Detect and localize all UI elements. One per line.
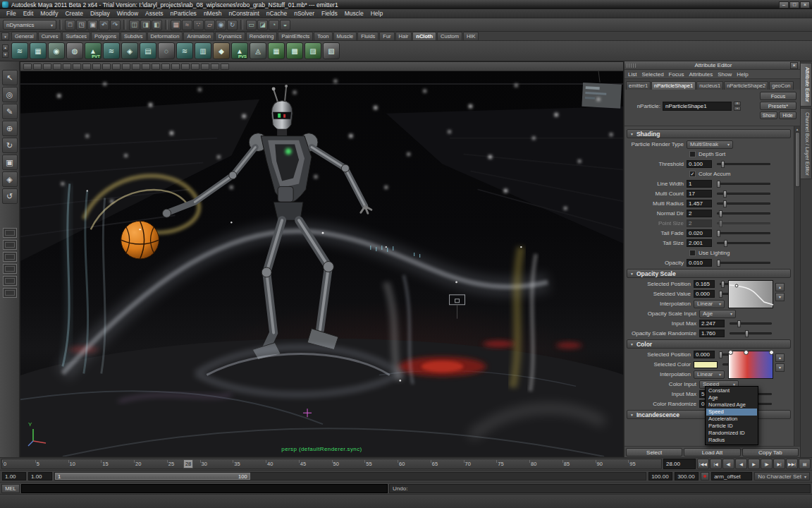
- shelf-item-3[interactable]: ◉: [48, 42, 65, 59]
- tail-size-slider[interactable]: [717, 242, 770, 244]
- snap-plane-icon[interactable]: ▱: [204, 20, 215, 30]
- ae-menu-item[interactable]: Selected: [641, 71, 663, 78]
- presets-button[interactable]: Presets*: [760, 102, 796, 110]
- shelf-tab[interactable]: Fluids: [357, 32, 379, 40]
- node-name-field[interactable]: nParticleShape1: [663, 102, 732, 111]
- render-settings-icon[interactable]: ◒: [280, 20, 290, 30]
- universal-manipulator-icon[interactable]: ◈: [2, 171, 18, 187]
- shelf-tab[interactable]: Custom: [437, 32, 462, 40]
- select-camera-icon[interactable]: [23, 64, 32, 70]
- layout-four-view[interactable]: [3, 240, 17, 250]
- character-field[interactable]: arm_offset: [711, 472, 752, 480]
- os-selected-value-field[interactable]: 0.000: [694, 290, 715, 298]
- shelf-item-13[interactable]: ▲PVS: [231, 42, 248, 59]
- shelf-tab[interactable]: Rendering: [246, 32, 278, 40]
- layout-persp-graph-editor[interactable]: [3, 264, 17, 274]
- menu-item[interactable]: File: [3, 10, 20, 17]
- shelf-item-15[interactable]: ▦: [268, 42, 285, 59]
- ramp-next-icon[interactable]: ▾: [775, 293, 785, 301]
- film-gate-icon[interactable]: [102, 64, 111, 70]
- shelf-item-7[interactable]: ◈: [121, 42, 138, 59]
- copy-tab-button[interactable]: Copy Tab: [742, 448, 799, 456]
- shelf-item-1[interactable]: ≋: [11, 42, 28, 59]
- depth-sort-checkbox[interactable]: [689, 151, 696, 157]
- shelf-menu-icon[interactable]: ▾: [1, 32, 9, 40]
- opacity-ramp-widget[interactable]: [728, 280, 773, 308]
- menu-item[interactable]: nConstraint: [225, 10, 262, 17]
- opacity-scale-section-header[interactable]: ▼ Opacity Scale: [627, 269, 791, 278]
- panel-grip[interactable]: [627, 64, 636, 68]
- multi-radius-field[interactable]: 1.457: [687, 200, 712, 207]
- shelf-item-6[interactable]: ≋: [103, 42, 120, 59]
- ae-node-tab[interactable]: geoCon: [769, 81, 793, 90]
- wireframe-icon[interactable]: [161, 64, 170, 70]
- select-tool-icon[interactable]: ↖: [2, 70, 18, 85]
- shelf-tab[interactable]: Fur: [379, 32, 394, 40]
- shadows-icon[interactable]: [201, 64, 209, 70]
- redo-icon[interactable]: ↷: [110, 20, 121, 30]
- threshold-field[interactable]: 0.100: [687, 160, 712, 168]
- ae-menu-item[interactable]: Attributes: [689, 71, 713, 78]
- timeline-track[interactable]: 05101520253035404550556065707580859095 2…: [1, 459, 662, 469]
- shelf-item-11[interactable]: ▥: [195, 42, 211, 59]
- popup-option[interactable]: Radius: [706, 437, 757, 444]
- shelf-tab[interactable]: Muscle: [333, 32, 357, 40]
- shelf-item-16[interactable]: ▩: [286, 42, 303, 59]
- snap-point-icon[interactable]: ∵: [193, 20, 204, 30]
- field-chart-icon[interactable]: [132, 64, 140, 70]
- normal-dir-slider[interactable]: [717, 212, 770, 214]
- move-tool-icon[interactable]: ⊕: [2, 121, 18, 136]
- shelf-tab[interactable]: Polygons: [91, 32, 120, 40]
- shelf-item-2[interactable]: ▦: [30, 42, 47, 59]
- undo-icon[interactable]: ↶: [99, 20, 109, 30]
- textured-icon[interactable]: [181, 64, 190, 70]
- ae-scrollbar[interactable]: ▴: [794, 126, 800, 446]
- step-forward-key-button[interactable]: ▶|: [773, 459, 785, 469]
- ramp-marker[interactable]: [744, 350, 749, 355]
- focus-button[interactable]: Focus: [760, 92, 796, 100]
- shelf-item-9[interactable]: ◌: [158, 42, 175, 59]
- make-live-icon[interactable]: ◉: [216, 20, 226, 30]
- shelf-item-10[interactable]: ≋: [176, 42, 193, 59]
- popup-option[interactable]: Constant: [706, 387, 757, 394]
- viewport-scene[interactable]: persp (defaultRenderer.sync) Y: [20, 71, 623, 456]
- color-section-header[interactable]: ▼ Color: [627, 339, 791, 349]
- scale-tool-icon[interactable]: ▣: [2, 155, 18, 170]
- popup-option[interactable]: Randomized ID: [706, 430, 757, 437]
- os-randomize-slider[interactable]: [730, 332, 772, 334]
- step-back-frame-button[interactable]: ◀|: [722, 459, 734, 469]
- lasso-tool-icon[interactable]: ◎: [2, 87, 18, 102]
- shelf-tab[interactable]: Subdivs: [121, 32, 147, 40]
- menu-item[interactable]: Muscle: [341, 10, 367, 17]
- threshold-slider[interactable]: [717, 163, 770, 165]
- tail-size-field[interactable]: 2.001: [687, 239, 712, 247]
- ae-menu-item[interactable]: List: [628, 71, 636, 78]
- minimize-button[interactable]: –: [779, 1, 789, 8]
- menu-item[interactable]: Window: [113, 10, 142, 17]
- ae-node-tab[interactable]: emitter1: [626, 81, 651, 90]
- go-to-end-button[interactable]: ▶▶|: [786, 459, 798, 469]
- scrollbar-thumb[interactable]: [795, 132, 800, 187]
- playback-end-field[interactable]: 100.00: [648, 472, 672, 480]
- tail-fade-slider[interactable]: [717, 232, 770, 234]
- shelf-item-17[interactable]: ▨: [304, 42, 321, 59]
- snap-grid-icon[interactable]: ▦: [171, 20, 181, 30]
- menu-item[interactable]: nParticles: [167, 10, 200, 17]
- ramp-marker[interactable]: [728, 350, 733, 355]
- shelf-next-icon[interactable]: ▾: [2, 52, 8, 58]
- menu-item[interactable]: Edit: [20, 10, 37, 17]
- layout-single-perspective[interactable]: [3, 228, 17, 238]
- shelf-item-4[interactable]: ◍: [66, 42, 83, 59]
- shelf-item-12[interactable]: ◆: [213, 42, 230, 59]
- select-hierarchy-icon[interactable]: ◫: [129, 20, 140, 30]
- menu-item[interactable]: Help: [367, 10, 386, 17]
- smooth-shade-icon[interactable]: [171, 64, 180, 70]
- color-ramp-widget[interactable]: [728, 351, 773, 379]
- isolate-select-icon[interactable]: [211, 64, 219, 70]
- playback-range-handle[interactable]: 1 100: [55, 473, 250, 480]
- ae-menu-item[interactable]: Focus: [669, 71, 684, 78]
- color-accum-checkbox[interactable]: ✓: [689, 171, 696, 177]
- shelf-tab[interactable]: PaintEffects: [278, 32, 313, 40]
- use-lighting-checkbox[interactable]: [689, 250, 696, 256]
- shelf-tab[interactable]: Toon: [314, 32, 332, 40]
